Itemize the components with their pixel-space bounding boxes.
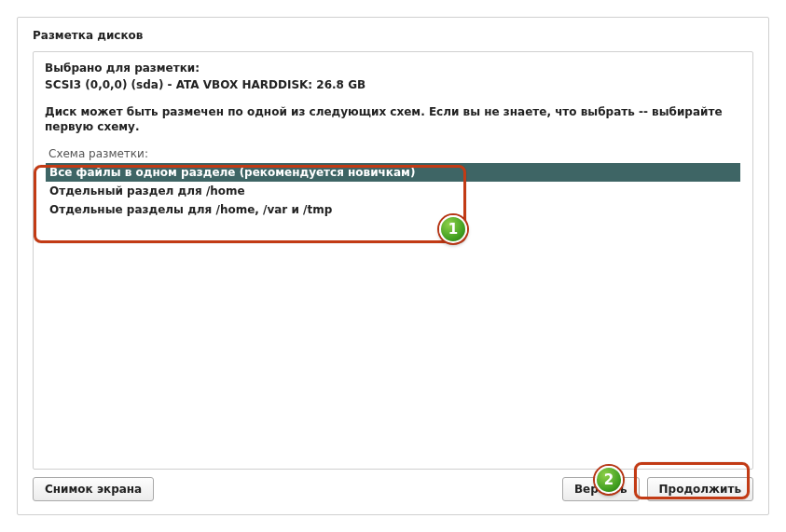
partition-scheme-list[interactable]: Все файлы в одном разделе (рекомендуется… [45, 162, 741, 461]
partition-hint-text: Диск может быть размечен по одной из сле… [45, 104, 741, 134]
scheme-caption: Схема разметки: [48, 147, 741, 160]
scheme-option-all-in-one[interactable]: Все файлы в одном разделе (рекомендуется… [46, 163, 740, 182]
content-panel: Выбрано для разметки: SCSI3 (0,0,0) (sda… [33, 51, 753, 470]
selected-for-partitioning-label: Выбрано для разметки: [45, 61, 741, 75]
selected-disk-line: SCSI3 (0,0,0) (sda) - ATA VBOX HARDDISK:… [45, 78, 741, 91]
scheme-option-separate-home-var-tmp[interactable]: Отдельные разделы для /home, /var и /tmp [46, 200, 740, 219]
scheme-list-wrap: Все файлы в одном разделе (рекомендуется… [45, 162, 741, 461]
page-title: Разметка дисков [33, 29, 753, 42]
screenshot-button[interactable]: Снимок экрана [33, 477, 154, 501]
back-button[interactable]: Вернуть [562, 477, 640, 501]
installer-window: Разметка дисков Выбрано для разметки: SC… [17, 17, 769, 515]
continue-button[interactable]: Продолжить [647, 477, 754, 501]
scheme-option-separate-home[interactable]: Отдельный раздел для /home [46, 182, 740, 200]
button-row: Снимок экрана Вернуть Продолжить [33, 477, 753, 501]
